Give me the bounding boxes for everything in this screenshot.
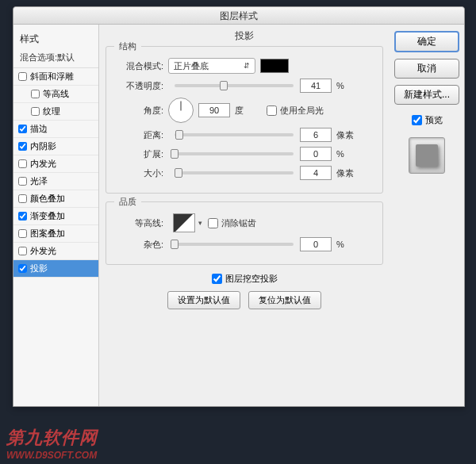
right-panel: 确定 取消 新建样式... 预览 xyxy=(390,25,464,406)
opacity-slider[interactable] xyxy=(175,84,294,87)
dialog-title: 图层样式 xyxy=(13,7,464,25)
sidebar-item-checkbox[interactable] xyxy=(18,159,27,168)
preview-thumbnail xyxy=(409,137,445,174)
effect-tab-label: 投影 xyxy=(106,29,383,43)
spread-input[interactable]: 0 xyxy=(300,147,332,161)
sidebar-item-checkbox[interactable] xyxy=(18,247,27,255)
structure-title: 结构 xyxy=(114,40,141,52)
opacity-input[interactable]: 41 xyxy=(300,79,332,93)
size-label: 大小: xyxy=(114,167,163,179)
structure-group: 结构 混合模式: 正片叠底 ⇵ 不透明度: 41 % 角度: xyxy=(106,46,383,194)
sidebar-item-checkbox[interactable] xyxy=(18,177,27,186)
sidebar-item-checkbox[interactable] xyxy=(18,72,27,81)
sidebar-item-5[interactable]: 内发光 xyxy=(13,155,98,173)
contour-picker[interactable]: ▾ xyxy=(173,213,195,232)
cancel-button[interactable]: 取消 xyxy=(394,59,459,79)
sidebar-item-checkbox[interactable] xyxy=(18,264,27,273)
blend-mode-value: 正片叠底 xyxy=(174,60,209,72)
sidebar-item-checkbox[interactable] xyxy=(18,212,27,220)
dialog-content: 样式 混合选项:默认 斜面和浮雕等高线纹理描边内阴影内发光光泽颜色叠加渐变叠加图… xyxy=(13,25,464,406)
chevron-down-icon: ▾ xyxy=(198,219,202,227)
angle-unit: 度 xyxy=(235,105,259,117)
noise-input[interactable]: 0 xyxy=(300,237,332,251)
spread-label: 扩展: xyxy=(114,148,163,160)
angle-dial[interactable] xyxy=(168,98,194,123)
sidebar-item-label: 等高线 xyxy=(43,88,69,100)
set-default-button[interactable]: 设置为默认值 xyxy=(167,291,240,309)
quality-title: 品质 xyxy=(114,196,141,208)
sidebar-item-checkbox[interactable] xyxy=(18,194,27,203)
noise-label: 杂色: xyxy=(114,239,163,251)
sidebar-item-3[interactable]: 描边 xyxy=(13,121,98,138)
angle-input[interactable]: 90 xyxy=(198,103,230,117)
antialias-checkbox[interactable]: 消除锯齿 xyxy=(208,217,256,229)
sidebar-item-label: 描边 xyxy=(30,123,48,135)
sidebar-item-6[interactable]: 光泽 xyxy=(13,173,98,190)
noise-slider[interactable] xyxy=(175,243,294,246)
sidebar-item-label: 图案叠加 xyxy=(30,228,65,240)
sidebar-item-checkbox[interactable] xyxy=(31,107,40,116)
shadow-color-swatch[interactable] xyxy=(260,59,289,73)
preview-checkbox[interactable]: 预览 xyxy=(412,114,443,126)
ok-button[interactable]: 确定 xyxy=(394,31,459,52)
global-light-checkbox[interactable]: 使用全局光 xyxy=(267,105,324,117)
size-unit: 像素 xyxy=(336,167,360,179)
sidebar-item-0[interactable]: 斜面和浮雕 xyxy=(13,68,98,86)
sidebar-item-label: 内发光 xyxy=(30,158,56,170)
sidebar-item-4[interactable]: 内阴影 xyxy=(13,138,98,155)
watermark: 第九软件网 WWW.D9SOFT.COM xyxy=(6,426,98,461)
sidebar-item-2[interactable]: 纹理 xyxy=(13,103,98,121)
size-slider[interactable] xyxy=(175,171,294,174)
distance-slider[interactable] xyxy=(175,133,294,136)
distance-label: 距离: xyxy=(114,129,163,141)
sidebar-item-11[interactable]: 投影 xyxy=(13,260,98,278)
sidebar-item-label: 投影 xyxy=(30,263,48,274)
sidebar-item-label: 颜色叠加 xyxy=(30,193,65,205)
noise-unit: % xyxy=(336,240,360,249)
knockout-checkbox[interactable]: 图层挖空投影 xyxy=(106,273,383,285)
sidebar-item-10[interactable]: 外发光 xyxy=(13,243,98,260)
reset-default-button[interactable]: 复位为默认值 xyxy=(248,291,321,309)
distance-input[interactable]: 6 xyxy=(300,128,332,142)
sidebar-item-checkbox[interactable] xyxy=(18,229,27,238)
sidebar-item-checkbox[interactable] xyxy=(31,90,40,98)
sidebar-item-8[interactable]: 渐变叠加 xyxy=(13,208,98,225)
sidebar-item-label: 斜面和浮雕 xyxy=(30,71,74,82)
chevron-updown-icon: ⇵ xyxy=(244,62,250,70)
sidebar-item-1[interactable]: 等高线 xyxy=(13,86,98,103)
sidebar-item-label: 纹理 xyxy=(43,105,60,117)
layer-style-dialog: 图层样式 样式 混合选项:默认 斜面和浮雕等高线纹理描边内阴影内发光光泽颜色叠加… xyxy=(13,6,465,407)
sidebar-item-label: 渐变叠加 xyxy=(30,210,65,222)
blend-mode-select[interactable]: 正片叠底 ⇵ xyxy=(168,58,255,74)
new-style-button[interactable]: 新建样式... xyxy=(394,85,459,105)
distance-unit: 像素 xyxy=(336,129,360,141)
opacity-unit: % xyxy=(336,81,360,90)
sidebar-item-label: 外发光 xyxy=(30,245,56,257)
sidebar-item-label: 内阴影 xyxy=(30,140,56,152)
quality-group: 品质 等高线: ▾ 消除锯齿 杂色: 0 % xyxy=(106,201,383,265)
sidebar-heading: 样式 xyxy=(13,29,98,49)
spread-slider[interactable] xyxy=(175,152,294,155)
sidebar-item-checkbox[interactable] xyxy=(18,142,27,151)
sidebar-subheading[interactable]: 混合选项:默认 xyxy=(13,49,98,68)
sidebar-item-label: 光泽 xyxy=(30,175,48,187)
size-input[interactable]: 4 xyxy=(300,166,332,180)
spread-unit: % xyxy=(336,149,360,159)
angle-label: 角度: xyxy=(114,105,163,117)
blend-mode-label: 混合模式: xyxy=(114,60,163,72)
main-panel: 投影 结构 混合模式: 正片叠底 ⇵ 不透明度: 41 % xyxy=(99,25,390,406)
contour-label: 等高线: xyxy=(114,217,163,229)
opacity-label: 不透明度: xyxy=(114,80,163,92)
sidebar-item-7[interactable]: 颜色叠加 xyxy=(13,190,98,208)
sidebar-item-checkbox[interactable] xyxy=(18,125,27,133)
sidebar-item-9[interactable]: 图案叠加 xyxy=(13,225,98,243)
style-sidebar: 样式 混合选项:默认 斜面和浮雕等高线纹理描边内阴影内发光光泽颜色叠加渐变叠加图… xyxy=(13,25,99,406)
